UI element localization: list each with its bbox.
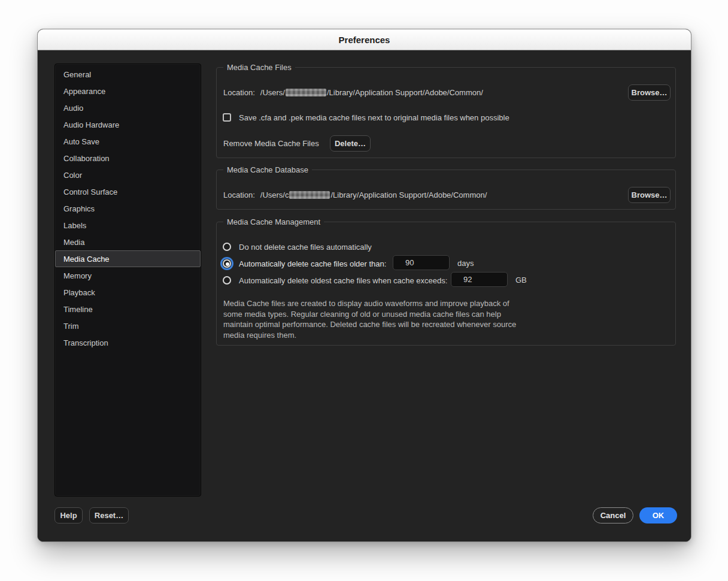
database-location-row: Location: /Users/c/Library/Application S… xyxy=(223,189,487,200)
media-cache-management-legend: Media Cache Management xyxy=(223,217,324,226)
radio-do-not-delete[interactable] xyxy=(223,243,231,251)
description-line: media requires them. xyxy=(223,330,535,341)
delete-cache-button[interactable]: Delete… xyxy=(330,135,371,152)
database-browse-button[interactable]: Browse… xyxy=(628,187,671,203)
sidebar-item-media-cache[interactable]: Media Cache xyxy=(55,250,201,267)
dialog-title: Preferences xyxy=(339,35,390,45)
sidebar-item-general[interactable]: General xyxy=(55,66,201,83)
cancel-button[interactable]: Cancel xyxy=(593,507,633,523)
sidebar-item-labels[interactable]: Labels xyxy=(55,217,201,234)
days-unit-label: days xyxy=(457,259,474,268)
preferences-category-list: General Appearance Audio Audio Hardware … xyxy=(54,63,201,497)
gb-unit-label: GB xyxy=(515,276,527,285)
sidebar-item-control-surface[interactable]: Control Surface xyxy=(55,183,201,200)
sidebar-item-audio-hardware[interactable]: Audio Hardware xyxy=(55,116,201,133)
sidebar-item-transcription[interactable]: Transcription xyxy=(55,334,201,351)
sidebar-item-collaboration[interactable]: Collaboration xyxy=(55,150,201,167)
radio-row-delete-exceeds: Automatically delete oldest cache files … xyxy=(223,276,447,285)
ok-button[interactable]: OK xyxy=(639,507,677,523)
media-cache-files-legend: Media Cache Files xyxy=(223,63,295,72)
radio-delete-when-exceeds-label: Automatically delete oldest cache files … xyxy=(239,276,447,285)
save-next-to-media-label: Save .cfa and .pek media cache files nex… xyxy=(239,113,509,122)
files-browse-button[interactable]: Browse… xyxy=(628,84,671,101)
save-next-to-media-row: Save .cfa and .pek media cache files nex… xyxy=(223,113,509,122)
radio-delete-older-than[interactable] xyxy=(223,259,231,268)
media-cache-description: Media Cache files are created to display… xyxy=(223,298,535,340)
sidebar-item-auto-save[interactable]: Auto Save xyxy=(55,133,201,150)
description-line: maintain optimal performance. Deleted ca… xyxy=(223,319,535,330)
redacted-username xyxy=(289,191,330,199)
sidebar-item-appearance[interactable]: Appearance xyxy=(55,83,201,99)
radio-delete-when-exceeds[interactable] xyxy=(223,276,231,285)
database-location-label: Location: xyxy=(223,190,255,199)
radio-row-delete-older: Automatically delete cache files older t… xyxy=(223,259,386,268)
files-location-label: Location: xyxy=(223,88,255,97)
media-cache-database-legend: Media Cache Database xyxy=(223,165,312,174)
database-location-path: /Users/c/Library/Application Support/Ado… xyxy=(260,190,487,199)
redacted-username xyxy=(286,89,326,96)
files-location-path: /Users//Library/Application Support/Adob… xyxy=(260,88,483,97)
radio-delete-older-than-label: Automatically delete cache files older t… xyxy=(239,259,386,268)
sidebar-item-timeline[interactable]: Timeline xyxy=(55,301,201,317)
help-button[interactable]: Help xyxy=(54,507,83,523)
sidebar-item-media[interactable]: Media xyxy=(55,234,201,250)
save-next-to-media-checkbox[interactable] xyxy=(223,113,231,122)
sidebar-item-trim[interactable]: Trim xyxy=(55,317,201,334)
sidebar-item-audio[interactable]: Audio xyxy=(55,99,201,116)
files-location-row: Location: /Users//Library/Application Su… xyxy=(223,87,483,98)
remove-media-cache-label: Remove Media Cache Files xyxy=(223,139,319,148)
gb-input[interactable] xyxy=(451,272,508,287)
sidebar-item-playback[interactable]: Playback xyxy=(55,284,201,301)
title-bar: Preferences xyxy=(38,29,691,50)
remove-media-cache-row: Remove Media Cache Files xyxy=(223,138,319,148)
sidebar-item-memory[interactable]: Memory xyxy=(55,267,201,284)
description-line: Media Cache files are created to display… xyxy=(223,298,535,309)
radio-row-no-delete: Do not delete cache files automatically xyxy=(223,243,372,251)
sidebar-item-color[interactable]: Color xyxy=(55,167,201,183)
reset-button[interactable]: Reset… xyxy=(89,507,129,523)
radio-do-not-delete-label: Do not delete cache files automatically xyxy=(239,243,372,252)
preferences-dialog: Preferences General Appearance Audio Aud… xyxy=(37,29,691,542)
dialog-body: General Appearance Audio Audio Hardware … xyxy=(38,51,691,542)
days-input[interactable] xyxy=(393,255,450,270)
description-line: some media types. Regular cleaning of ol… xyxy=(223,309,535,320)
sidebar-item-graphics[interactable]: Graphics xyxy=(55,200,201,217)
